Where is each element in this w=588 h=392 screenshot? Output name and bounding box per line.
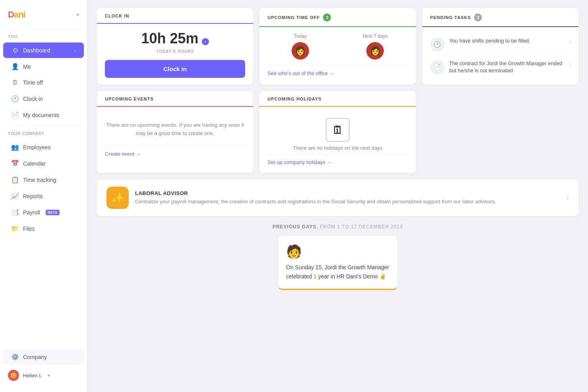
timeoff-next7-col: Next 7 days 👩 — [342, 33, 408, 60]
clock-in-title: CLOCK IN — [105, 14, 129, 18]
you-section-label: YOU — [0, 35, 87, 42]
today-label: Today — [294, 33, 307, 39]
task-1-text: You have shifts pending to be filled. — [449, 37, 564, 44]
advisor-sparkle-icon: ✨ — [111, 192, 124, 204]
create-event-link[interactable]: Create event → — [105, 146, 245, 158]
sidebar: Dani ▾ YOU ⊙ Dashboard › 👤 Me 🗓 Time off… — [0, 0, 87, 392]
company-section-label: YOUR COMPANY — [0, 131, 87, 139]
holidays-empty-text: There are no holidays on the next days — [267, 145, 408, 154]
hours-label: TODAY'S HOURS — [105, 49, 245, 54]
time-off-card-header: UPCOMING TIME OFF 2 — [259, 8, 416, 27]
task-2-icon: 📄 — [430, 60, 445, 74]
task-1-arrow-icon: › — [569, 38, 571, 45]
task-1-icon: 🕐 — [430, 37, 445, 52]
holiday-calendar-icon: 🗓 — [326, 118, 350, 142]
story-avatar: 🧑 — [286, 244, 389, 259]
events-card-body: There are no upcoming events. If you are… — [97, 107, 253, 165]
sidebar-item-reports[interactable]: 📈 Reports — [3, 188, 84, 204]
time-off-title: UPCOMING TIME OFF — [267, 15, 320, 20]
clock-in-card-body: 10h 25m i TODAY'S HOURS Clock in — [97, 24, 253, 84]
sidebar-item-calendar[interactable]: 📅 Calendar — [3, 156, 84, 171]
task-2-arrow-icon: › — [569, 61, 571, 68]
sidebar-item-label: Calendar — [23, 160, 46, 167]
app-logo: Dani — [8, 10, 25, 20]
logo-area[interactable]: Dani ▾ — [0, 6, 87, 28]
sidebar-item-label: Clock in — [23, 96, 43, 102]
reports-icon: 📈 — [11, 192, 19, 200]
holidays-card-header: UPCOMING HOLIDAYS — [259, 91, 416, 107]
holiday-icon-wrap: 🗓 — [267, 113, 408, 145]
sidebar-item-time-tracking[interactable]: 📋 Time tracking — [3, 172, 84, 187]
sidebar-item-label: Payroll — [23, 209, 40, 216]
upcoming-time-off-card: UPCOMING TIME OFF 2 Today 👩 Next 7 days … — [259, 8, 416, 85]
holidays-card-body: 🗓 There are no holidays on the next days… — [259, 107, 416, 173]
previous-days-label: PREVIOUS DAYS, FROM 1 TO 17 DECEMBER 201… — [97, 224, 578, 230]
sidebar-item-my-documents[interactable]: 📄 My documents — [3, 107, 84, 123]
sidebar-item-label: Dashboard — [23, 47, 50, 54]
setup-holidays-link[interactable]: Set up company holidays → — [267, 154, 408, 167]
sidebar-item-label: Time tracking — [23, 177, 56, 183]
clock-in-button[interactable]: Clock in — [105, 60, 245, 78]
create-event-label: Create event → — [105, 151, 141, 157]
sidebar-item-me[interactable]: 👤 Me — [3, 59, 84, 74]
clock-in-icon: 🕐 — [11, 95, 19, 102]
timeoff-columns: Today 👩 Next 7 days 👩 — [267, 33, 408, 66]
see-who-text: See who's out of the office — [267, 70, 328, 76]
story-card-container: 🧑 On Sunday 15, Jordi the Growth Manager… — [97, 236, 578, 290]
see-who-arrow-icon: → — [329, 70, 335, 76]
top-cards-row: CLOCK IN 10h 25m i TODAY'S HOURS Clock i… — [97, 8, 578, 85]
sidebar-item-dashboard[interactable]: ⊙ Dashboard › — [3, 42, 84, 58]
beta-badge: BETA — [46, 210, 60, 215]
story-card: 🧑 On Sunday 15, Jordi the Growth Manager… — [278, 236, 397, 290]
company-settings-icon: ⚙️ — [11, 353, 19, 361]
upcoming-events-card: UPCOMING EVENTS There are no upcoming ev… — [97, 91, 253, 173]
pending-tasks-title: PENDING TASKS — [430, 15, 471, 20]
time-off-icon: 🗓 — [11, 79, 19, 86]
upcoming-holidays-card: UPCOMING HOLIDAYS 🗓 There are no holiday… — [259, 91, 416, 173]
pending-tasks-badge: 2 — [474, 14, 482, 21]
laboral-advisor-card[interactable]: ✨ LABORAL ADVISOR Centralize your payrol… — [97, 180, 578, 216]
events-card-header: UPCOMING EVENTS — [97, 91, 253, 107]
holidays-title: UPCOMING HOLIDAYS — [267, 97, 321, 101]
user-chevron-icon: ▾ — [48, 373, 50, 378]
user-name: Hellen t. — [23, 373, 42, 378]
time-off-badge: 2 — [323, 14, 331, 21]
sidebar-item-payroll[interactable]: 📑 Payroll BETA — [3, 205, 84, 220]
events-empty-text: There are no upcoming events. If you are… — [105, 113, 245, 146]
task-item-1[interactable]: 🕐 You have shifts pending to be filled. … — [430, 33, 571, 56]
pending-tasks-card: PENDING TASKS 2 🕐 You have shifts pendin… — [422, 8, 578, 85]
pending-tasks-card-header: PENDING TASKS 2 — [422, 8, 578, 27]
company-label: Company — [23, 354, 47, 360]
empty-card-placeholder — [422, 91, 578, 173]
sidebar-item-label: Reports — [23, 193, 43, 199]
sidebar-divider-top — [6, 29, 81, 30]
story-text: On Sunday 15, Jordi the Growth Manager c… — [286, 263, 389, 281]
prev-days-heading: PREVIOUS DAYS — [273, 224, 317, 230]
see-who-out-link[interactable]: See who's out of the office → — [267, 70, 408, 76]
advisor-description: Centralize your payroll management, the … — [135, 198, 560, 206]
logo-chevron-icon: ▾ — [77, 12, 79, 17]
timeoff-today-col: Today 👩 — [267, 33, 333, 60]
me-icon: 👤 — [11, 63, 19, 70]
sidebar-item-time-off[interactable]: 🗓 Time off — [3, 75, 84, 90]
sidebar-item-label: Files — [23, 226, 35, 232]
story-highlight: 1 — [313, 273, 317, 280]
time-off-card-body: Today 👩 Next 7 days 👩 See who's out of t… — [259, 27, 416, 83]
hours-value: 10h 25m — [141, 30, 198, 46]
events-title: UPCOMING EVENTS — [105, 97, 154, 101]
sidebar-item-label: My documents — [23, 112, 59, 118]
task-item-2[interactable]: 📄 The contract for Jordi the Growth Mana… — [430, 56, 571, 78]
sidebar-item-files[interactable]: 📁 Files — [3, 221, 84, 236]
dashboard-icon: ⊙ — [11, 46, 19, 54]
prev-days-sublabel: , FROM 1 TO 17 DECEMBER 2019 — [316, 224, 403, 230]
sidebar-item-label: Time off — [23, 79, 43, 86]
sidebar-item-label: Me — [23, 64, 31, 70]
sidebar-item-employees[interactable]: 👥 Employees — [3, 139, 84, 155]
sidebar-item-company[interactable]: ⚙️ Company — [3, 349, 84, 365]
advisor-title: LABORAL ADVISOR — [135, 190, 560, 196]
advisor-icon: ✨ — [106, 187, 129, 209]
holiday-no-icon: 🗓 — [332, 124, 343, 137]
sidebar-user-menu[interactable]: 😊 Hellen t. ▾ — [0, 365, 87, 386]
time-tracking-icon: 📋 — [11, 176, 19, 183]
sidebar-item-clock-in[interactable]: 🕐 Clock in — [3, 91, 84, 106]
